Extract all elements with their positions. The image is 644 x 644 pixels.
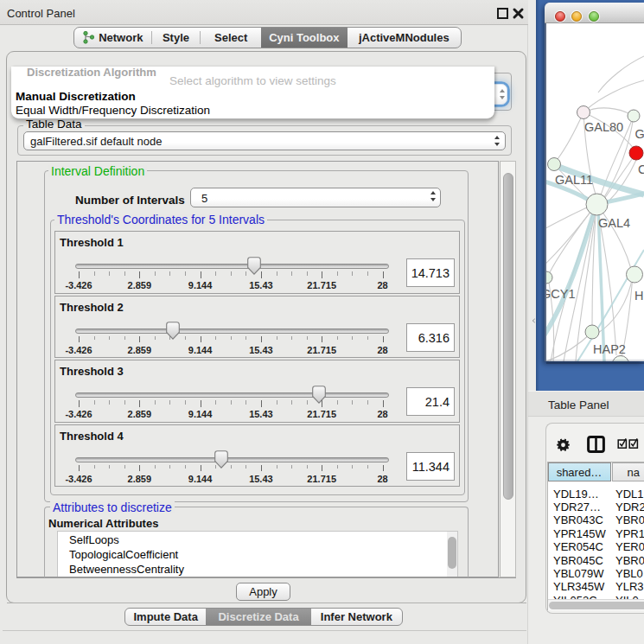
svg-text:GCY1: GCY1 (546, 287, 576, 301)
svg-text:H: H (634, 289, 643, 303)
svg-text:HAP2: HAP2 (593, 342, 626, 356)
svg-text:GA: GA (635, 127, 644, 141)
svg-text:GAL4: GAL4 (598, 216, 630, 230)
svg-text:GAL80: GAL80 (584, 120, 623, 134)
svg-text:GAL11: GAL11 (555, 173, 593, 187)
svg-text:C: C (638, 163, 644, 176)
